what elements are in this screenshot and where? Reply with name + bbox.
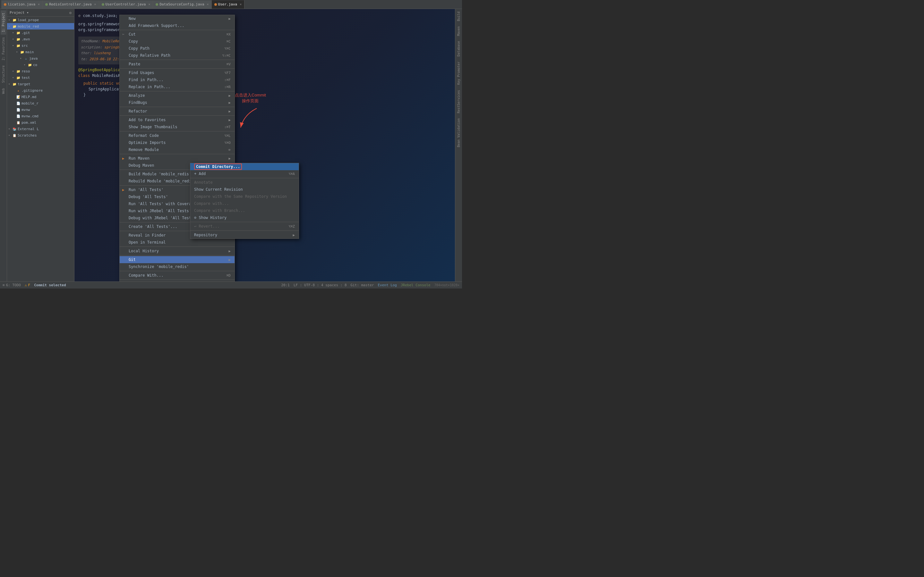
menu-copy-path[interactable]: Copy Path ⌥⌘C [120, 45, 234, 52]
tab-key-promoter[interactable]: Key Promoter [456, 59, 461, 87]
tab-dot [214, 3, 217, 6]
tree-pom-xml[interactable]: 📋 pom.xml [7, 119, 74, 126]
tree-mvnw-cmd[interactable]: 📄 mvnw.cmd [7, 113, 74, 119]
tree-help-md[interactable]: 📝 HELP.md [7, 93, 74, 100]
menu-analyze[interactable]: Analyze ▶ [120, 92, 234, 99]
run-icon: ▶ [122, 188, 124, 192]
folder-icon: 📁 [16, 37, 21, 41]
menu-replace-path[interactable]: Replace in Path... ⇧⌘R [120, 83, 234, 90]
editor-area[interactable]: e com.study.java; org.springframework.bo… [74, 9, 455, 282]
tab-maven[interactable]: Maven [456, 24, 461, 39]
menu-open-terminal[interactable]: Open in Terminal [120, 239, 234, 246]
tree-test[interactable]: ▾ 📁 test [7, 74, 74, 81]
menu-paste[interactable]: Paste ⌘V [120, 61, 234, 68]
tab-user[interactable]: User.java × [212, 0, 245, 9]
submenu-compare-branch[interactable]: Compare with Branch... [190, 207, 299, 214]
submenu-revert[interactable]: ↩ Revert... ⌥⌘Z [190, 223, 299, 230]
tree-arrow: ▾ [16, 50, 20, 53]
submenu-arrow: ▶ [228, 17, 231, 21]
tree-external-lib[interactable]: ▾ 📚 External L [7, 126, 74, 132]
tab-bar: lication.java × RedisController.java × U… [0, 0, 462, 9]
tab-datasource-config[interactable]: DataSourceConfig.java × [153, 0, 212, 9]
tree-mvn[interactable]: ▾ 📁 .mvn [7, 36, 74, 42]
menu-run-maven[interactable]: ▶ Run Maven ▶ [120, 155, 234, 162]
folder-icon: 📁 [20, 50, 24, 54]
tree-target[interactable]: ▾ 📁 target [7, 81, 74, 87]
file-icon: 📄 [16, 114, 21, 118]
tab-lication[interactable]: lication.java × [1, 0, 43, 9]
tree-java[interactable]: ▾ ☕ java [7, 55, 74, 61]
submenu-separator [190, 230, 299, 231]
menu-findbugs[interactable]: FindBugs ▶ [120, 99, 234, 106]
menu-module-settings[interactable]: Open Module Settings F4 [120, 280, 234, 282]
menu-new[interactable]: New ▶ [120, 15, 234, 22]
tree-mobile-r[interactable]: 📄 mobile_r [7, 100, 74, 106]
submenu-compare-same[interactable]: Compare with the Same Repository Version [190, 193, 299, 200]
status-event-log[interactable]: Event Log [378, 283, 397, 287]
tree-mvnw[interactable]: 📄 mvnw [7, 106, 74, 113]
tab-rest-services[interactable]: RestServices [456, 87, 461, 116]
tree-src[interactable]: ▾ 📁 src [7, 42, 74, 49]
tree-arrow: ▾ [12, 31, 16, 34]
tab-close[interactable]: × [38, 3, 40, 6]
menu-git[interactable]: Git ▶ [120, 256, 234, 263]
status-bar: ≡ 6: TODO ⚠ F Commit selected 20:1 LF : … [0, 282, 462, 288]
menu-find-usages[interactable]: Find Usages ⌥F7 [120, 69, 234, 76]
tab-build[interactable]: Build [456, 9, 461, 24]
tab-database[interactable]: Database [456, 39, 461, 59]
commit-selected-label[interactable]: Commit selected [34, 283, 66, 287]
status-warning[interactable]: ⚠ F [25, 283, 30, 287]
tree-arrow: ▾ [24, 63, 27, 66]
menu-copy-relative[interactable]: Copy Relative Path ⌥⇧⌘C [120, 52, 234, 59]
menu-local-history[interactable]: Local History ▶ [120, 247, 234, 255]
tree-gitignore[interactable]: ⬥ .gitignore [7, 87, 74, 93]
tree-git[interactable]: ▾ 📁 .git [7, 29, 74, 36]
tree-scratches[interactable]: ▾ 📋 Scratches [7, 132, 74, 139]
tool-structure[interactable]: Structure [1, 63, 6, 85]
menu-cut[interactable]: ✂ Cut ⌘X [120, 31, 234, 38]
tool-project[interactable]: 1: Project [1, 10, 6, 35]
status-git: Git: master [351, 283, 374, 287]
status-jrebel[interactable]: JRebel Console [401, 283, 431, 287]
tool-web[interactable]: Web [1, 85, 6, 97]
submenu-annotate[interactable]: Annotate [190, 179, 299, 186]
submenu-arrow: ▶ [228, 118, 231, 122]
tree-load-prope[interactable]: ▾ 📁 load_prope [7, 17, 74, 23]
submenu-commit-dir[interactable]: Commit Directory... [190, 163, 299, 170]
tab-redis-controller[interactable]: RedisController.java × [43, 0, 99, 9]
tree-mobile-red[interactable]: ▾ 📁 mobile_red [7, 23, 74, 29]
tab-close[interactable]: × [240, 3, 242, 6]
tab-bean-validation[interactable]: Bean Validation [456, 116, 461, 150]
menu-refactor[interactable]: Refactor ▶ [120, 108, 234, 115]
menu-find-path[interactable]: Find in Path... ⇧⌘F [120, 76, 234, 83]
submenu-repository[interactable]: Repository ▶ [190, 231, 299, 239]
submenu-show-history[interactable]: ⊙ Show History [190, 214, 299, 221]
tab-user-controller[interactable]: UserController.java × [99, 0, 153, 9]
tab-close[interactable]: × [207, 3, 209, 6]
tab-close[interactable]: × [148, 3, 150, 6]
submenu-compare-with[interactable]: Compare with... [190, 200, 299, 207]
submenu-add[interactable]: + Add ⌥⌘A [190, 170, 299, 177]
menu-show-thumbnails[interactable]: Show Image Thumbnails ⇧⌘T [120, 123, 234, 131]
java-icon: ☕ [24, 56, 28, 61]
menu-copy[interactable]: Copy ⌘C [120, 38, 234, 45]
menu-reformat[interactable]: Reformat Code ⌥⌘L [120, 132, 234, 139]
sidebar-gear[interactable]: ⚙ [69, 11, 71, 15]
menu-add-framework[interactable]: Add Framework Support... [120, 22, 234, 29]
submenu-show-revision[interactable]: Show Current Revision [190, 186, 299, 193]
menu-separator [120, 154, 234, 154]
menu-optimize-imports[interactable]: Optimize Imports ⌥⌘O [120, 139, 234, 146]
status-todo[interactable]: ≡ 6: TODO [3, 283, 21, 287]
menu-remove-module[interactable]: Remove Module ⌦ [120, 146, 234, 153]
tab-dot [4, 3, 6, 6]
tree-co[interactable]: ▾ 📁 co [7, 61, 74, 68]
tree-main[interactable]: ▾ 📁 main [7, 49, 74, 55]
menu-separator [120, 247, 234, 247]
tool-favorites[interactable]: 2: Favorites [1, 35, 6, 63]
folder-icon: 📁 [16, 31, 21, 35]
menu-synchronize[interactable]: Synchronize 'mobile_redis' [120, 263, 234, 270]
menu-add-favorites[interactable]: Add to Favorites ▶ [120, 116, 234, 123]
tab-close[interactable]: × [94, 3, 96, 6]
tree-reso[interactable]: ▾ 📁 reso [7, 68, 74, 74]
menu-compare-with[interactable]: Compare With... ⌘D [120, 272, 234, 279]
